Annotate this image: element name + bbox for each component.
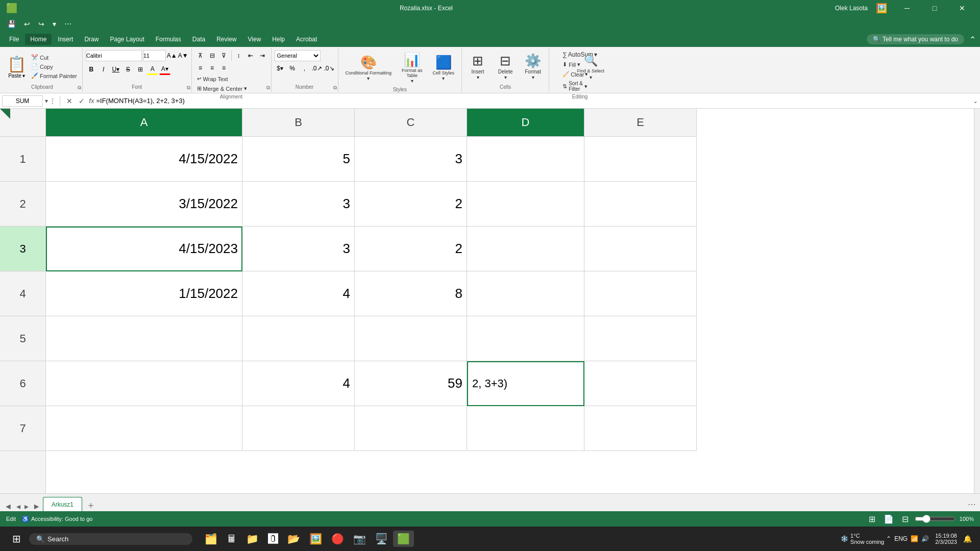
decrease-decimal-button[interactable]: .0↘ bbox=[324, 63, 335, 74]
taskbar-antivirus-button[interactable]: 🔴 bbox=[327, 531, 348, 547]
align-left-button[interactable]: ≡ bbox=[195, 62, 206, 73]
taskbar-files-button[interactable]: 📁 bbox=[242, 531, 263, 547]
col-header-e[interactable]: E bbox=[584, 109, 697, 137]
cell-a4[interactable]: 1/15/2022 bbox=[46, 271, 242, 316]
cell-a3[interactable]: 4/15/2023 bbox=[46, 227, 242, 271]
row-header-5[interactable]: 5 bbox=[0, 316, 45, 361]
find-select-button[interactable]: 🔍 Find & Select ▾ bbox=[574, 52, 608, 82]
underline-button[interactable]: U▾ bbox=[110, 64, 121, 75]
menu-page-layout[interactable]: Page Layout bbox=[105, 34, 149, 45]
cell-b2[interactable]: 3 bbox=[242, 182, 355, 227]
taskbar-monitor-button[interactable]: 🖥️ bbox=[371, 531, 392, 547]
menu-review[interactable]: Review bbox=[211, 34, 241, 45]
taskbar-calculator-button[interactable]: 🖩 bbox=[223, 531, 241, 547]
comma-button[interactable]: , bbox=[299, 63, 310, 74]
italic-button[interactable]: I bbox=[98, 64, 109, 75]
align-top-button[interactable]: ⊼ bbox=[195, 50, 206, 61]
vertical-scrollbar[interactable] bbox=[974, 109, 980, 493]
qat-more-button[interactable]: ⋯ bbox=[61, 18, 75, 30]
collapse-ribbon-button[interactable]: ⌃ bbox=[969, 35, 976, 44]
clipboard-expand-button[interactable]: ⧉ bbox=[78, 85, 81, 91]
cell-a7[interactable] bbox=[46, 406, 242, 451]
tell-me-input[interactable]: 🔍 Tell me what you want to do bbox=[867, 34, 964, 44]
cell-e3[interactable] bbox=[584, 227, 697, 271]
expand-formula-button[interactable]: ⌄ bbox=[973, 97, 978, 105]
sheet-nav-right[interactable]: ► bbox=[31, 502, 43, 511]
cell-e6[interactable] bbox=[584, 361, 697, 406]
cell-b4[interactable]: 4 bbox=[242, 271, 355, 316]
row-header-6[interactable]: 6 bbox=[0, 361, 45, 406]
align-right-button[interactable]: ≡ bbox=[218, 62, 230, 73]
text-direction-button[interactable]: ↕ bbox=[233, 50, 244, 61]
col-header-b[interactable]: B bbox=[242, 109, 355, 137]
taskbar-explorer-button[interactable]: 🗂️ bbox=[201, 531, 222, 547]
zoom-slider[interactable] bbox=[915, 515, 955, 523]
accounting-button[interactable]: $▾ bbox=[275, 63, 286, 74]
cell-b1[interactable]: 5 bbox=[242, 137, 355, 182]
taskbar-files2-button[interactable]: 📂 bbox=[283, 531, 304, 547]
redo-button[interactable]: ↪ bbox=[35, 18, 47, 30]
align-middle-button[interactable]: ⊟ bbox=[207, 50, 218, 61]
cell-c7[interactable] bbox=[355, 406, 467, 451]
menu-home[interactable]: Home bbox=[25, 34, 52, 45]
cancel-formula-button[interactable]: ✕ bbox=[64, 96, 75, 106]
customize-qat-button[interactable]: ▾ bbox=[50, 18, 59, 30]
row-header-2[interactable]: 2 bbox=[0, 182, 45, 227]
sheet-nav-left[interactable]: ◄ bbox=[2, 502, 14, 511]
taskbar-clock[interactable]: 15:19:08 2/3/2023 bbox=[931, 533, 961, 545]
indent-left-button[interactable]: ⇤ bbox=[245, 50, 256, 61]
menu-data[interactable]: Data bbox=[187, 34, 210, 45]
taskbar-photos-button[interactable]: 🖼️ bbox=[305, 531, 326, 547]
border-button[interactable]: ⊞ bbox=[135, 64, 146, 75]
cell-b7[interactable] bbox=[242, 406, 355, 451]
sheet-nav-next[interactable]: ▸ bbox=[22, 502, 31, 511]
corner-cell[interactable] bbox=[0, 109, 45, 137]
cell-c5[interactable] bbox=[355, 316, 467, 361]
cell-d6[interactable]: 2, 3+3) bbox=[467, 361, 584, 406]
more-functions-button[interactable]: ▾ ⋮ bbox=[45, 97, 56, 105]
cell-e5[interactable] bbox=[584, 316, 697, 361]
sheet-options-button[interactable]: ⋯ bbox=[966, 497, 978, 511]
cell-a6[interactable] bbox=[46, 361, 242, 406]
cell-e4[interactable] bbox=[584, 271, 697, 316]
menu-help[interactable]: Help bbox=[267, 34, 290, 45]
row-header-4[interactable]: 4 bbox=[0, 271, 45, 316]
conditional-formatting-button[interactable]: 🎨 Conditional Formatting ▾ bbox=[341, 53, 396, 83]
page-break-view-button[interactable]: ⊟ bbox=[900, 513, 911, 525]
taskbar-opera-button[interactable]: 🅾 bbox=[264, 531, 282, 547]
cell-e7[interactable] bbox=[584, 406, 697, 451]
format-cells-button[interactable]: ⚙️ Format ▾ bbox=[520, 51, 546, 82]
cell-a5[interactable] bbox=[46, 316, 242, 361]
wrap-text-button[interactable]: ↵ Wrap Text bbox=[195, 74, 230, 83]
cell-d4[interactable] bbox=[467, 271, 584, 316]
start-button[interactable]: ⊞ bbox=[8, 531, 25, 547]
cell-c3[interactable]: 2 bbox=[355, 227, 467, 271]
increase-font-button[interactable]: A▲ bbox=[167, 52, 177, 59]
insert-cells-button[interactable]: ⊞ Insert ▾ bbox=[465, 51, 491, 82]
decrease-font-button[interactable]: A▼ bbox=[178, 52, 188, 59]
row-header-7[interactable]: 7 bbox=[0, 406, 45, 451]
add-sheet-button[interactable]: ＋ bbox=[82, 499, 100, 511]
tray-up-arrow[interactable]: ⌃ bbox=[886, 535, 891, 542]
strikethrough-button[interactable]: S bbox=[122, 64, 134, 75]
confirm-formula-button[interactable]: ✓ bbox=[77, 96, 87, 106]
row-header-1[interactable]: 1 bbox=[0, 137, 45, 182]
minimize-button[interactable]: ─ bbox=[895, 0, 919, 16]
font-size-input[interactable] bbox=[143, 50, 166, 61]
cell-c1[interactable]: 3 bbox=[355, 137, 467, 182]
notification-button[interactable]: 🔔 bbox=[963, 535, 972, 543]
cell-d2[interactable] bbox=[467, 182, 584, 227]
bold-button[interactable]: B bbox=[86, 64, 97, 75]
sheet-nav-prev[interactable]: ◂ bbox=[14, 502, 22, 511]
font-color-button[interactable]: A▾ bbox=[159, 64, 170, 75]
taskbar-search[interactable]: 🔍 Search bbox=[29, 533, 192, 545]
col-header-d[interactable]: D bbox=[467, 109, 584, 137]
font-expand-button[interactable]: ⧉ bbox=[187, 85, 190, 91]
paste-button[interactable]: 📋 Paste▾ bbox=[5, 53, 28, 81]
percent-button[interactable]: % bbox=[287, 63, 298, 74]
cell-d3[interactable] bbox=[467, 227, 584, 271]
cell-d1[interactable] bbox=[467, 137, 584, 182]
cell-c4[interactable]: 8 bbox=[355, 271, 467, 316]
menu-insert[interactable]: Insert bbox=[53, 34, 78, 45]
cell-b6[interactable]: 4 bbox=[242, 361, 355, 406]
